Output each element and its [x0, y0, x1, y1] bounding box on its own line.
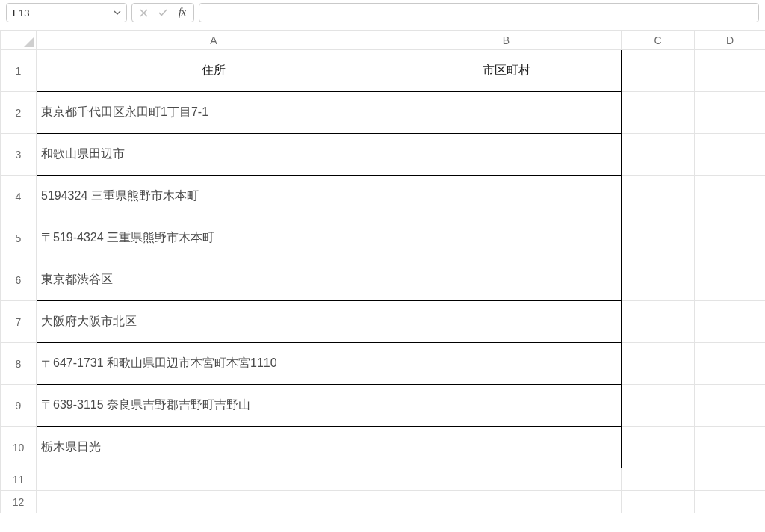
- row-header[interactable]: 7: [1, 301, 37, 343]
- cell-D6[interactable]: [695, 259, 766, 301]
- cell-C9[interactable]: [622, 385, 695, 427]
- cell-C10[interactable]: [622, 427, 695, 468]
- cell-B9[interactable]: [391, 385, 622, 427]
- row-header[interactable]: 3: [1, 134, 37, 176]
- row-header[interactable]: 11: [1, 468, 37, 491]
- row-header[interactable]: 2: [1, 92, 37, 134]
- cell-D10[interactable]: [695, 427, 766, 468]
- cell-B3[interactable]: [391, 134, 622, 176]
- cell-A1[interactable]: 住所: [37, 50, 391, 92]
- cell-D3[interactable]: [695, 134, 766, 176]
- col-header-C[interactable]: C: [622, 31, 695, 50]
- cell-D5[interactable]: [695, 217, 766, 259]
- cell-B8[interactable]: [391, 343, 622, 385]
- row-header[interactable]: 12: [1, 491, 37, 513]
- row-header[interactable]: 8: [1, 343, 37, 385]
- cell-A10[interactable]: 栃木県日光: [37, 427, 391, 468]
- cell-D11[interactable]: [695, 468, 766, 491]
- row-header[interactable]: 1: [1, 50, 37, 92]
- cell-D2[interactable]: [695, 92, 766, 134]
- cell-B5[interactable]: [391, 217, 622, 259]
- chevron-down-icon[interactable]: [111, 7, 123, 19]
- insert-function-button[interactable]: fx: [173, 4, 192, 22]
- cell-B10[interactable]: [391, 427, 622, 468]
- row-header[interactable]: 10: [1, 427, 37, 468]
- cell-A3[interactable]: 和歌山県田辺市: [37, 134, 391, 176]
- col-header-B[interactable]: B: [391, 31, 622, 50]
- cell-C4[interactable]: [622, 176, 695, 217]
- cell-C7[interactable]: [622, 301, 695, 343]
- cell-A8[interactable]: 〒647-1731 和歌山県田辺市本宮町本宮1110: [37, 343, 391, 385]
- fx-label: fx: [179, 7, 186, 19]
- cell-C2[interactable]: [622, 92, 695, 134]
- row-header[interactable]: 6: [1, 259, 37, 301]
- cell-C8[interactable]: [622, 343, 695, 385]
- cell-B11[interactable]: [391, 468, 622, 491]
- cell-C12[interactable]: [622, 491, 695, 513]
- cell-B4[interactable]: [391, 176, 622, 217]
- col-header-D[interactable]: D: [695, 31, 766, 50]
- cell-D9[interactable]: [695, 385, 766, 427]
- cell-A12[interactable]: [37, 491, 391, 513]
- cell-D8[interactable]: [695, 343, 766, 385]
- cell-B6[interactable]: [391, 259, 622, 301]
- spreadsheet-grid[interactable]: A B C D 1 住所 市区町村 2 東京都千代田区永田町1丁目7-1 3 和…: [0, 30, 765, 532]
- name-box-value: F13: [13, 7, 111, 19]
- cell-C6[interactable]: [622, 259, 695, 301]
- cell-C1[interactable]: [622, 50, 695, 92]
- cell-B12[interactable]: [391, 491, 622, 513]
- cell-C5[interactable]: [622, 217, 695, 259]
- formula-buttons: fx: [131, 3, 194, 22]
- cell-B7[interactable]: [391, 301, 622, 343]
- cell-D12[interactable]: [695, 491, 766, 513]
- cell-B1[interactable]: 市区町村: [391, 50, 622, 92]
- formula-input[interactable]: [199, 3, 759, 22]
- confirm-icon: [153, 4, 173, 22]
- cell-C3[interactable]: [622, 134, 695, 176]
- cell-A5[interactable]: 〒519-4324 三重県熊野市木本町: [37, 217, 391, 259]
- name-box[interactable]: F13: [6, 3, 127, 22]
- cell-C11[interactable]: [622, 468, 695, 491]
- cell-A2[interactable]: 東京都千代田区永田町1丁目7-1: [37, 92, 391, 134]
- cell-D7[interactable]: [695, 301, 766, 343]
- cell-B2[interactable]: [391, 92, 622, 134]
- select-all-corner[interactable]: [1, 31, 37, 50]
- cell-A7[interactable]: 大阪府大阪市北区: [37, 301, 391, 343]
- cancel-icon: [134, 4, 153, 22]
- cell-D1[interactable]: [695, 50, 766, 92]
- row-header[interactable]: 4: [1, 176, 37, 217]
- cell-A4[interactable]: 5194324 三重県熊野市木本町: [37, 176, 391, 217]
- row-header[interactable]: 5: [1, 217, 37, 259]
- cell-A9[interactable]: 〒639-3115 奈良県吉野郡吉野町吉野山: [37, 385, 391, 427]
- cell-A6[interactable]: 東京都渋谷区: [37, 259, 391, 301]
- row-header[interactable]: 9: [1, 385, 37, 427]
- cell-D4[interactable]: [695, 176, 766, 217]
- formula-strip: F13 fx: [0, 0, 765, 25]
- cell-A11[interactable]: [37, 468, 391, 491]
- col-header-A[interactable]: A: [37, 31, 391, 50]
